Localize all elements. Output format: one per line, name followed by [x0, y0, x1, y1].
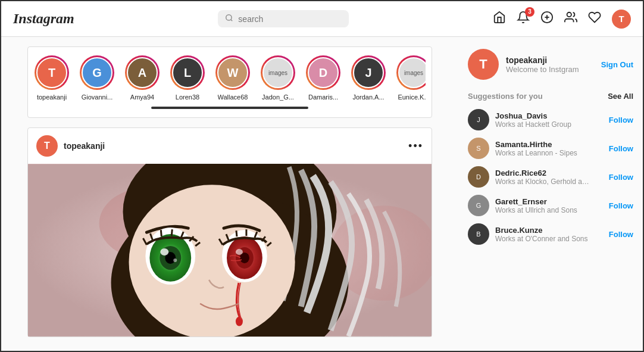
suggestions-header: Suggestions for you See All: [468, 92, 633, 101]
post-user: T topeakanji: [36, 135, 105, 157]
follow-button-1[interactable]: Follow: [609, 144, 633, 153]
stories-row: TtopeakanjiGGiovanni...AAmya94LLoren38WW…: [34, 55, 426, 101]
search-bar[interactable]: [218, 10, 349, 27]
story-avatar-ring: images: [396, 55, 426, 90]
post-username[interactable]: topeakanji: [64, 141, 105, 151]
stories-container: TtopeakanjiGGiovanni...AAmya94LLoren38WW…: [27, 46, 432, 118]
story-item[interactable]: LLoren38: [170, 55, 205, 101]
story-username: Loren38: [176, 94, 199, 101]
story-avatar: A: [127, 57, 158, 88]
suggestion-name[interactable]: Garett_Ernser: [495, 197, 609, 206]
sidebar-username[interactable]: topeakanji: [506, 55, 579, 65]
post-image: [28, 164, 432, 337]
suggestions-title: Suggestions for you: [468, 92, 543, 101]
suggestion-name[interactable]: Joshua_Davis: [495, 111, 609, 120]
suggestion-avatar: S: [468, 138, 489, 159]
story-avatar: W: [217, 57, 248, 88]
story-username: Jordan.A...: [352, 94, 384, 101]
story-avatar-ring: W: [215, 55, 250, 90]
suggestion-name[interactable]: Samanta.Hirthe: [495, 140, 609, 149]
story-avatar-img: images: [262, 57, 293, 88]
heart-icon[interactable]: [588, 11, 601, 27]
follow-button-0[interactable]: Follow: [609, 116, 633, 124]
story-avatar: L: [172, 57, 203, 88]
sidebar-user-info: T topeakanji Welcome to Instgram: [468, 49, 579, 80]
suggestion-name[interactable]: Dedric.Rice62: [495, 169, 609, 177]
stories-scroll-bar: [151, 107, 308, 109]
story-avatar-ring: L: [170, 55, 205, 90]
story-avatar-ring: T: [35, 55, 69, 90]
post: T topeakanji •••: [27, 127, 432, 337]
sign-out-button[interactable]: Sign Out: [601, 60, 633, 69]
add-icon[interactable]: [540, 11, 554, 27]
story-avatar-ring: D: [306, 55, 340, 90]
story-username: Jadon_G...: [262, 94, 294, 101]
user-avatar-header[interactable]: T: [612, 10, 631, 29]
sidebar: T topeakanji Welcome to Instgram Sign Ou…: [458, 37, 643, 352]
story-avatar-ring: J: [351, 55, 386, 90]
story-item[interactable]: WWallace68: [215, 55, 251, 101]
post-header: T topeakanji •••: [28, 128, 432, 164]
story-avatar-ring: G: [80, 55, 114, 90]
suggestion-info: Dedric.Rice62Works at Klocko, Gerhold an…: [495, 169, 609, 186]
svg-point-30: [236, 249, 243, 255]
svg-point-18: [173, 258, 177, 262]
follow-button-3[interactable]: Follow: [609, 201, 633, 210]
suggestion-avatar: D: [468, 166, 489, 188]
nav-icons: 3 T: [493, 10, 631, 29]
story-item[interactable]: GGiovanni...: [79, 55, 115, 101]
suggestion-sub: Works at Leannon - Sipes: [495, 149, 590, 157]
svg-line-33: [236, 230, 237, 236]
notification-badge: 3: [525, 7, 534, 17]
suggestion-item: JJoshua_DavisWorks at Hackett GroupFollo…: [468, 109, 633, 130]
story-avatar: J: [353, 57, 384, 88]
svg-line-21: [161, 230, 161, 236]
follow-button-2[interactable]: Follow: [609, 173, 633, 182]
search-input[interactable]: [238, 14, 342, 24]
suggestion-sub: Works at O'Conner and Sons: [495, 235, 590, 243]
suggestion-item: GGarett_ErnserWorks at Ullrich and SonsF…: [468, 195, 633, 216]
story-username: Wallace68: [218, 94, 248, 101]
post-avatar: T: [36, 135, 58, 157]
suggestion-info: Bruce.KunzeWorks at O'Conner and Sons: [495, 226, 609, 243]
sidebar-welcome: Welcome to Instgram: [506, 65, 579, 74]
story-avatar: T: [36, 57, 67, 88]
story-item[interactable]: imagesJadon_G...: [260, 55, 296, 101]
logo: Instagram: [13, 11, 74, 27]
suggestions-list: JJoshua_DavisWorks at Hackett GroupFollo…: [468, 109, 633, 245]
main-layout: TtopeakanjiGGiovanni...AAmya94LLoren38WW…: [1, 37, 643, 352]
story-username: topeakanji: [37, 94, 67, 101]
feed: TtopeakanjiGGiovanni...AAmya94LLoren38WW…: [1, 37, 458, 352]
suggestion-info: Samanta.HirtheWorks at Leannon - Sipes: [495, 140, 609, 157]
suggestion-sub: Works at Ullrich and Sons: [495, 206, 590, 214]
story-avatar: D: [308, 57, 339, 88]
suggestion-avatar: J: [468, 109, 489, 130]
story-item[interactable]: JJordan.A...: [351, 55, 386, 101]
story-username: Damaris...: [308, 94, 338, 101]
header: Instagram 3: [1, 1, 643, 37]
follow-button-4[interactable]: Follow: [609, 230, 633, 239]
story-item[interactable]: DDamaris...: [305, 55, 341, 101]
home-icon[interactable]: [493, 11, 506, 27]
story-avatar-ring: A: [125, 55, 160, 90]
suggestion-name[interactable]: Bruce.Kunze: [495, 226, 609, 235]
story-item[interactable]: Ttopeakanji: [34, 55, 70, 101]
suggestion-item: DDedric.Rice62Works at Klocko, Gerhold a…: [468, 166, 633, 188]
story-username: Giovanni...: [82, 94, 113, 101]
story-item[interactable]: imagesEunice.K...: [396, 55, 426, 101]
suggestion-item: BBruce.KunzeWorks at O'Conner and SonsFo…: [468, 223, 633, 245]
post-more-button[interactable]: •••: [408, 140, 423, 152]
see-all-button[interactable]: See All: [608, 92, 633, 101]
suggestion-sub: Works at Klocko, Gerhold and Waelchi: [495, 177, 590, 186]
suggestion-avatar: G: [468, 195, 489, 216]
svg-line-1: [231, 20, 233, 21]
story-username: Eunice.K...: [398, 94, 426, 101]
suggestion-avatar: B: [468, 223, 489, 245]
notification-icon[interactable]: 3: [517, 11, 530, 27]
svg-line-22: [171, 229, 172, 236]
story-avatar: G: [82, 57, 112, 88]
story-item[interactable]: AAmya94: [124, 55, 160, 101]
people-icon[interactable]: [564, 11, 577, 27]
suggestion-sub: Works at Hackett Group: [495, 120, 590, 129]
sidebar-user: T topeakanji Welcome to Instgram Sign Ou…: [468, 49, 633, 80]
